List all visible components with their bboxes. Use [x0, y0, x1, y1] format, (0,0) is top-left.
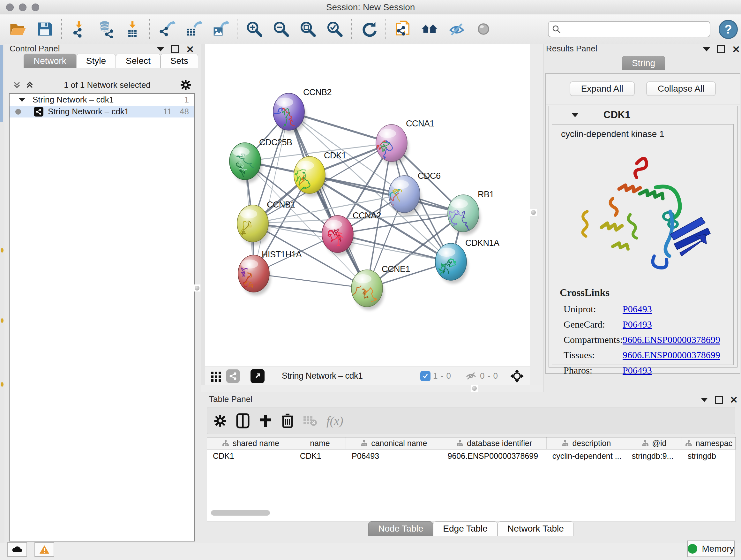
import-table-icon[interactable]	[123, 20, 142, 38]
selected-checkbox-icon[interactable]	[420, 371, 430, 381]
zoom-selected-icon[interactable]	[326, 20, 344, 38]
homes-icon[interactable]	[421, 20, 439, 38]
hide-eye-icon[interactable]	[448, 20, 466, 38]
network-node-ccnb2[interactable]: CCNB2	[268, 87, 332, 133]
network-node-ccna1[interactable]: CCNA1	[375, 119, 434, 165]
node-table[interactable]: shared namenamecanonical namedatabase id…	[207, 437, 736, 521]
zoom-fit-icon[interactable]	[299, 20, 317, 38]
network-node-ccnb1[interactable]: CCNB1	[235, 200, 295, 245]
hidden-eye-icon[interactable]	[465, 370, 477, 382]
add-column-icon[interactable]	[259, 414, 272, 428]
open-in-new-window-icon[interactable]	[251, 369, 265, 383]
column-header[interactable]: description	[547, 437, 626, 449]
left-splitter[interactable]	[201, 44, 205, 385]
refresh-icon[interactable]	[360, 20, 378, 38]
table-cell[interactable]: 9606.ENSP00000378699	[442, 449, 547, 462]
network-row[interactable]: String Network – cdk1 11 48	[10, 106, 194, 118]
tab-network[interactable]: Network	[23, 54, 76, 68]
export-image-icon[interactable]	[211, 20, 229, 38]
function-builder-icon[interactable]: f(x)	[327, 414, 343, 428]
close-panel-icon[interactable]: ✕	[730, 397, 738, 403]
gear-icon[interactable]	[180, 79, 192, 91]
export-network-icon[interactable]	[157, 20, 176, 38]
zoom-in-icon[interactable]	[245, 20, 264, 38]
crosslink-link[interactable]: P06493	[623, 304, 652, 314]
import-network-icon[interactable]	[70, 20, 88, 38]
table-gear-icon[interactable]	[213, 414, 227, 428]
crosslink-link[interactable]: 9606.ENSP00000378699	[623, 350, 720, 361]
column-header[interactable]: shared name	[207, 437, 294, 449]
network-canvas[interactable]: CCNB2CCNA1CDC25BCDK1CDC6RB1CCNB1CCNA2CDK…	[205, 44, 530, 367]
collapse-all-button[interactable]: Collapse All	[646, 81, 716, 96]
bottom-splitter-handle[interactable]	[471, 385, 478, 392]
warnings-button[interactable]	[35, 542, 54, 557]
column-header[interactable]: database identifier	[442, 437, 547, 449]
zoom-out-icon[interactable]	[272, 20, 290, 38]
tab-select[interactable]: Select	[116, 54, 160, 68]
close-panel-icon[interactable]: ✕	[732, 46, 740, 53]
tab-network-table[interactable]: Network Table	[497, 521, 574, 536]
help-icon[interactable]: ?	[719, 20, 738, 39]
right-splitter-handle[interactable]	[530, 209, 537, 216]
network-node-cdc25b[interactable]: CDC25B	[229, 138, 292, 183]
float-panel-icon[interactable]	[171, 45, 179, 53]
network-node-ccna2[interactable]: CCNA2	[322, 211, 381, 256]
close-panel-icon[interactable]: ✕	[186, 46, 194, 53]
export-table-icon[interactable]	[184, 20, 203, 38]
tab-sets[interactable]: Sets	[160, 54, 198, 68]
expand-all-icon[interactable]	[25, 80, 35, 90]
grid-view-icon[interactable]	[210, 370, 222, 382]
network-node-cdc6[interactable]: CDC6	[384, 171, 441, 216]
network-node-rb1[interactable]: RB1	[446, 190, 494, 235]
tab-edge-table[interactable]: Edge Table	[433, 521, 497, 536]
column-header[interactable]: namespac	[682, 437, 736, 449]
network-node-cdkn1a[interactable]: CDKN1A	[435, 238, 499, 284]
cloud-button[interactable]	[7, 542, 27, 557]
search-box[interactable]	[548, 21, 711, 37]
tab-string[interactable]: String	[622, 56, 665, 70]
network-node-ccne1[interactable]: CCNE1	[340, 264, 410, 310]
save-icon[interactable]	[36, 20, 54, 38]
float-panel-icon[interactable]	[717, 45, 725, 53]
column-header[interactable]: name	[294, 437, 346, 449]
bottom-splitter[interactable]	[201, 385, 543, 392]
share-view-icon[interactable]	[226, 369, 240, 383]
show-eye-icon[interactable]	[474, 20, 493, 38]
table-cell[interactable]: CDK1	[294, 449, 346, 462]
network-node-hist1h1a[interactable]: HIST1H1A	[238, 250, 302, 295]
left-splitter-handle[interactable]	[193, 285, 200, 292]
table-cell[interactable]: cyclin-dependent ...	[547, 449, 626, 462]
network-collection-row[interactable]: String Network – cdk1 1	[10, 94, 194, 106]
delete-column-icon[interactable]	[281, 413, 294, 428]
panel-menu-icon[interactable]	[703, 47, 710, 51]
gene-collapse-icon[interactable]	[571, 113, 579, 117]
panel-menu-icon[interactable]	[701, 398, 708, 402]
tab-style[interactable]: Style	[76, 54, 116, 68]
float-panel-icon[interactable]	[715, 396, 723, 404]
horizontal-scrollbar[interactable]	[211, 510, 270, 516]
search-input[interactable]	[564, 24, 710, 34]
table-cell[interactable]: P06493	[346, 449, 442, 462]
birds-eye-icon[interactable]	[510, 369, 524, 383]
table-cell[interactable]: stringdb:9...	[626, 449, 682, 462]
collection-expand-icon[interactable]	[18, 98, 25, 102]
memory-button[interactable]: Memory	[687, 541, 735, 557]
column-header[interactable]: @id	[626, 437, 682, 449]
crosslink-link[interactable]: P06493	[623, 365, 652, 376]
panel-menu-icon[interactable]	[157, 47, 164, 51]
import-database-icon[interactable]	[96, 20, 115, 38]
string-network-icon	[34, 107, 44, 117]
open-folder-icon[interactable]	[9, 20, 27, 38]
expand-all-button[interactable]: Expand All	[569, 81, 635, 96]
delete-table-icon[interactable]	[303, 415, 318, 427]
share-document-icon[interactable]	[394, 20, 412, 38]
show-columns-icon[interactable]	[236, 413, 250, 428]
table-cell[interactable]: stringdb	[682, 449, 736, 462]
column-header[interactable]: canonical name	[346, 437, 442, 449]
collapse-all-icon[interactable]	[12, 80, 22, 90]
crosslink-link[interactable]: P06493	[623, 319, 652, 330]
tab-node-table[interactable]: Node Table	[368, 521, 433, 536]
table-cell[interactable]: CDK1	[207, 449, 294, 462]
table-row[interactable]: CDK1CDK1P064939606.ENSP00000378699cyclin…	[207, 449, 736, 462]
crosslink-link[interactable]: 9606.ENSP00000378699	[623, 334, 720, 345]
